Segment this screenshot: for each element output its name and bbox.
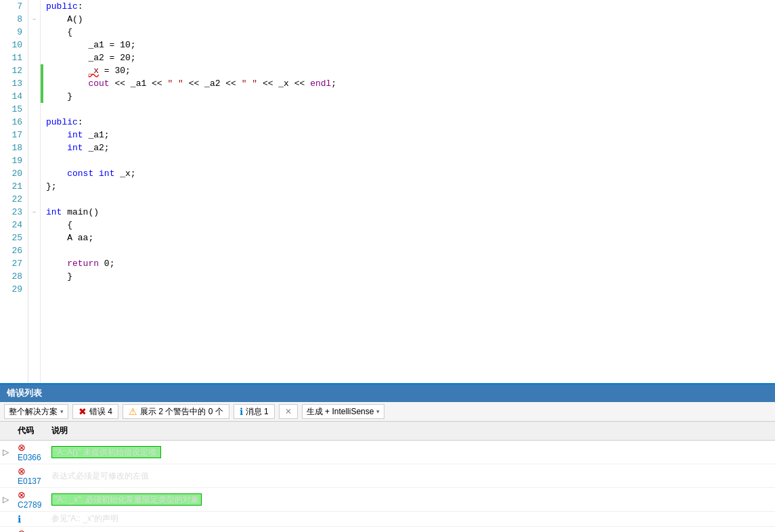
error-table: 代码 说明 ▷ ⊗ E0366 "A::A()" 未提供初始值设定项: ⊗ E0… [0, 422, 775, 532]
keyword-public-7: public [46, 0, 78, 13]
error-row-c2789[interactable]: ▷ ⊗ C2789 "A:: _x": 必须初始化常量限定类型的对象 [0, 488, 775, 512]
filter-btn[interactable]: ✕ [279, 404, 298, 419]
keyword-const-20: const [67, 167, 93, 180]
cout-keyword: cout [88, 77, 109, 90]
info-filter-btn[interactable]: ℹ 消息 1 [234, 404, 275, 419]
keyword-return-27: return [67, 257, 99, 270]
expand-e0366[interactable]: ▷ [0, 446, 12, 458]
gutter-19 [28, 154, 40, 167]
code-line-7: public: [46, 0, 775, 13]
code-line-20: const int _x; [46, 167, 775, 180]
build-chevron-icon: ▾ [376, 408, 380, 415]
gutter-28 [28, 270, 40, 283]
colon-16: : [78, 116, 83, 129]
code-line-11: _a2 = 20; [46, 51, 775, 64]
error-filter-btn[interactable]: ✖ 错误 4 [72, 404, 118, 419]
warning-filter-btn[interactable]: ⚠ 展示 2 个警告中的 0 个 [123, 404, 229, 419]
expand-c2789[interactable]: ▷ [0, 493, 12, 506]
indent-27 [46, 257, 67, 270]
gutter-15 [28, 103, 40, 116]
info-filter-icon: ℹ [240, 406, 243, 417]
desc-e0137: 表达式必须是可修改的左值 [46, 469, 775, 483]
code-content[interactable]: public: A() { _a1 = 10; _a2 = 20; [43, 0, 775, 383]
indent-18 [46, 141, 67, 154]
var-17: _a1; [83, 129, 110, 141]
error-icon-c2789: ⊗ [18, 489, 26, 500]
stmt-12 [46, 64, 88, 77]
brace-close-28: } [46, 270, 72, 283]
build-label: 生成 + IntelliSense [307, 406, 374, 418]
code-line-13: cout << _a1 << " " << _a2 << " " << _x <… [46, 77, 775, 90]
expand-info [0, 518, 12, 520]
keyword-public-16: public [46, 116, 78, 129]
code-line-17: int _a1; [46, 129, 775, 141]
keyword-int-23: int [46, 206, 62, 219]
gutter-29 [28, 283, 40, 296]
gutter-7 [28, 0, 40, 13]
var-20: _x; [114, 167, 135, 180]
collapse-8-icon: − [32, 16, 36, 23]
gutter-10 [28, 39, 40, 51]
class-close-21: }; [46, 180, 57, 193]
gutter-21 [28, 180, 40, 193]
stmt-13c: << _x << [257, 77, 310, 90]
info-filter-label: 消息 1 [246, 406, 269, 418]
error-filter-icon: ✖ [79, 406, 87, 417]
desc-c2789: "A:: _x": 必须初始化常量限定类型的对象 [46, 493, 775, 507]
collapse-23-icon: − [32, 209, 36, 216]
stmt-10: _a1 = 10; [46, 39, 136, 51]
error-panel: 错误列表 整个解决方案 ▾ ✖ 错误 4 ⚠ 展示 2 个警告中的 0 个 ℹ … [0, 383, 775, 532]
code-line-28: } [46, 270, 775, 283]
code-line-23: int main() [46, 206, 775, 219]
gutter-8[interactable]: − [28, 13, 40, 26]
indent-8: A() [46, 13, 83, 26]
indent-17 [46, 129, 67, 141]
stmt-13-indent [46, 77, 88, 90]
val-27: 0; [99, 257, 114, 270]
gutter-23[interactable]: − [28, 206, 40, 219]
code-link-e0137[interactable]: E0137 [18, 476, 41, 486]
code-line-18: int _a2; [46, 141, 775, 154]
code-line-8: A() [46, 13, 775, 26]
code-link-e0366[interactable]: E0366 [18, 453, 41, 462]
error-panel-title: 错误列表 [0, 384, 775, 402]
build-dropdown[interactable]: 生成 + IntelliSense ▾ [302, 404, 385, 419]
error-row-c2166[interactable]: ⊗ C2166 左值指定 const 对象 [0, 527, 775, 532]
col-desc-header: 说明 [46, 424, 775, 438]
str-13a: " " [167, 77, 183, 90]
gutter-16 [28, 116, 40, 129]
code-c2789: ⊗ C2789 [12, 488, 46, 511]
stmt-13b: << _a2 << [183, 77, 242, 90]
scope-label: 整个解决方案 [9, 406, 58, 418]
gutter-22 [28, 193, 40, 206]
gutter-9 [28, 26, 40, 39]
code-link-c2789[interactable]: C2789 [18, 500, 41, 510]
code-line-27: return 0; [46, 257, 775, 270]
colon-7: : [78, 0, 83, 13]
warning-filter-label: 展示 2 个警告中的 0 个 [140, 406, 223, 418]
error-toolbar: 整个解决方案 ▾ ✖ 错误 4 ⚠ 展示 2 个警告中的 0 个 ℹ 消息 1 … [0, 402, 775, 422]
code-c2166: ⊗ C2166 [12, 527, 46, 532]
gutter-14 [28, 90, 40, 103]
keyword-int-18: int [67, 141, 83, 154]
code-line-10: _a1 = 10; [46, 39, 775, 51]
scope-dropdown[interactable]: 整个解决方案 ▾ [4, 404, 68, 419]
error-row-e0137[interactable]: ⊗ E0137 表达式必须是可修改的左值 [0, 464, 775, 488]
gutter-25 [28, 231, 40, 244]
code-line-25: A aa; [46, 231, 775, 244]
filter-icon: ✕ [285, 407, 292, 416]
col-expand-header [0, 424, 12, 438]
error-row-e0366[interactable]: ▷ ⊗ E0366 "A::A()" 未提供初始值设定项: [0, 441, 775, 464]
code-line-12: _x = 30; [46, 64, 775, 77]
code-line-24: { [46, 219, 775, 231]
desc-e0366: "A::A()" 未提供初始值设定项: [46, 445, 775, 460]
gutter-20 [28, 167, 40, 180]
code-editor: 7 8 9 10 11 12 13 14 15 16 17 18 19 20 2… [0, 0, 775, 383]
error-row-info[interactable]: ℹ 参见"A:: _x"的声明 [0, 512, 775, 527]
code-line-22 [46, 193, 775, 206]
stmt-12b: = 30; [99, 64, 131, 77]
code-container: 7 8 9 10 11 12 13 14 15 16 17 18 19 20 2… [0, 0, 775, 383]
gutter-26 [28, 244, 40, 257]
code-line-26 [46, 244, 775, 257]
indent-20 [46, 167, 67, 180]
